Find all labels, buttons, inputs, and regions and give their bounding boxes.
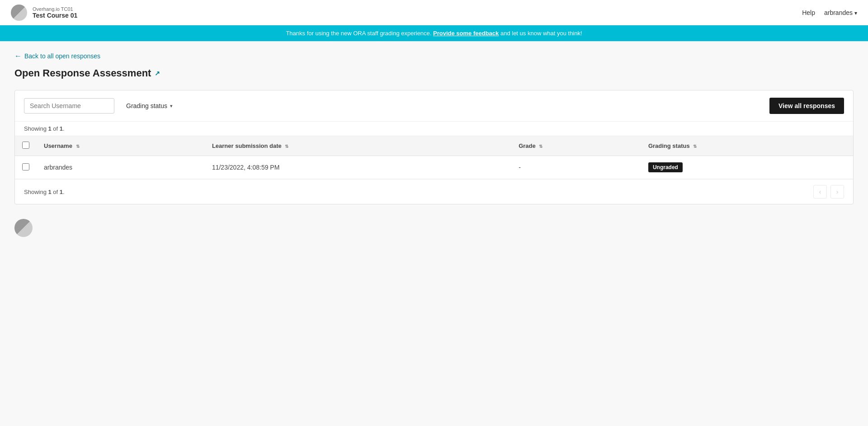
user-menu-chevron — [854, 9, 857, 16]
select-all-checkbox[interactable] — [22, 142, 29, 149]
main-content: ← Back to all open responses Open Respon… — [0, 41, 868, 248]
search-input[interactable] — [24, 98, 114, 114]
table-body: arbrandes 11/23/2022, 4:08:59 PM - Ungra… — [15, 156, 853, 179]
view-all-button[interactable]: View all responses — [769, 98, 844, 114]
pagination: ‹ › — [813, 185, 844, 199]
header-brand: Overhang.io TC01 Test Course 01 — [11, 5, 77, 21]
help-link[interactable]: Help — [802, 9, 815, 16]
table-row: arbrandes 11/23/2022, 4:08:59 PM - Ungra… — [15, 156, 853, 179]
col-checkbox[interactable] — [15, 136, 37, 156]
header-titles: Overhang.io TC01 Test Course 01 — [33, 6, 77, 19]
back-link[interactable]: ← Back to all open responses — [14, 52, 854, 60]
prev-page-button[interactable]: ‹ — [813, 185, 827, 199]
ungraded-badge: Ungraded — [648, 162, 683, 172]
col-submission-date[interactable]: Learner submission date ⇅ — [205, 136, 511, 156]
user-name: arbrandes — [824, 9, 853, 16]
table-toolbar: Grading status ▾ View all responses — [15, 90, 853, 122]
page-title: Open Response Assessment ↗ — [14, 67, 854, 79]
responses-table-card: Grading status ▾ View all responses Show… — [14, 90, 854, 204]
submission-date-sort-icon: ⇅ — [285, 144, 288, 149]
page-title-text: Open Response Assessment — [14, 67, 151, 79]
next-page-button[interactable]: › — [830, 185, 844, 199]
bottom-avatar-area — [14, 219, 854, 237]
back-link-label: Back to all open responses — [24, 52, 100, 60]
row-submission-date: 11/23/2022, 4:08:59 PM — [205, 156, 511, 179]
row-checkbox[interactable] — [22, 163, 29, 170]
banner-feedback-link[interactable]: Provide some feedback — [433, 30, 499, 37]
showing-count-top: Showing 1 of 1. — [15, 122, 853, 136]
row-checkbox-cell — [15, 156, 37, 179]
grade-sort-icon: ⇅ — [539, 144, 542, 149]
responses-table: Username ⇅ Learner submission date ⇅ Gra… — [15, 136, 853, 179]
header-nav: Help arbrandes — [802, 9, 857, 16]
bottom-avatar-icon — [14, 219, 33, 237]
row-grading-status: Ungraded — [641, 156, 853, 179]
col-username[interactable]: Username ⇅ — [37, 136, 205, 156]
col-grading-status[interactable]: Grading status ⇅ — [641, 136, 853, 156]
toolbar-left: Grading status ▾ — [24, 98, 179, 114]
row-username: arbrandes — [37, 156, 205, 179]
grading-status-dropdown[interactable]: Grading status ▾ — [120, 99, 179, 113]
info-banner: Thanks for using the new ORA staff gradi… — [0, 25, 868, 41]
username-sort-icon: ⇅ — [76, 144, 80, 149]
brand-logo — [11, 5, 27, 21]
banner-text: Thanks for using the new ORA staff gradi… — [286, 30, 431, 37]
grading-status-label: Grading status — [126, 102, 167, 109]
user-menu[interactable]: arbrandes — [824, 9, 857, 16]
external-link-icon[interactable]: ↗ — [155, 70, 160, 77]
col-grade[interactable]: Grade ⇅ — [511, 136, 641, 156]
table-footer: Showing 1 of 1. ‹ › — [15, 179, 853, 204]
showing-count-bottom: Showing 1 of 1. — [24, 189, 65, 195]
grading-status-sort-icon: ⇅ — [693, 144, 697, 149]
app-header: Overhang.io TC01 Test Course 01 Help arb… — [0, 0, 868, 25]
back-arrow-icon: ← — [14, 52, 22, 60]
grading-status-chevron: ▾ — [170, 103, 173, 109]
banner-suffix: and let us know what you think! — [500, 30, 582, 37]
row-grade: - — [511, 156, 641, 179]
table-header: Username ⇅ Learner submission date ⇅ Gra… — [15, 136, 853, 156]
header-course: Test Course 01 — [33, 12, 77, 19]
header-org: Overhang.io TC01 — [33, 6, 77, 12]
